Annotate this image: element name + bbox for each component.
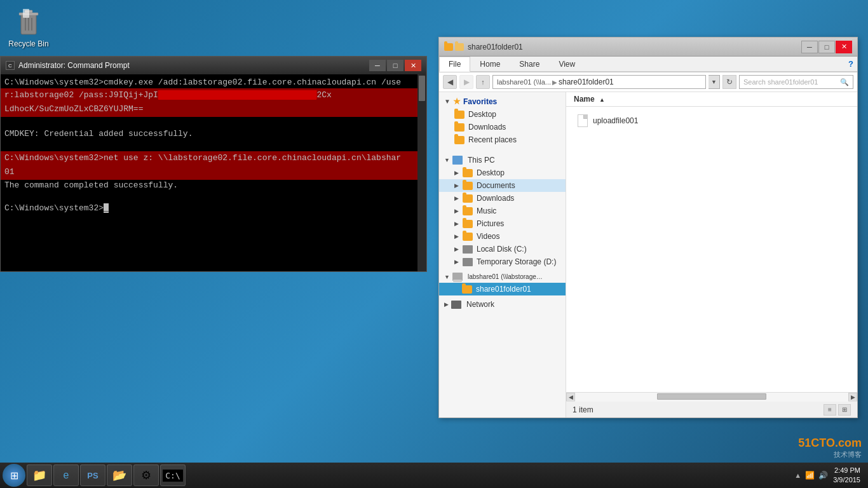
sidebar-item-music[interactable]: ▶ Music (439, 205, 566, 217)
taskbar-cmd-icon: C:\ (163, 470, 182, 482)
sidebar-labshare-header[interactable]: ▼ labshare01 (\\labstorage02.file.core.c… (439, 271, 566, 283)
taskbar-folder2-button[interactable]: 📂 (107, 464, 132, 486)
help-icon[interactable]: ? (844, 57, 857, 71)
taskbar-file-explorer-icon: 📁 (32, 468, 46, 482)
cmd-line-6 (4, 140, 423, 151)
sidebar-item-recent[interactable]: Recent places (439, 133, 566, 146)
svg-rect-6 (23, 9, 29, 18)
view-grid-button[interactable]: ⊞ (838, 404, 851, 416)
cmd-line-3: LdhocK/SuCzmUoZLxCBZ6YUJRM== (1, 102, 426, 116)
cmd-content[interactable]: C:\Windows\system32>cmdkey.exe /add:labs… (1, 74, 426, 271)
network-icon (451, 301, 461, 309)
column-name-label: Name (574, 95, 595, 104)
network-expand-arrow: ▶ (444, 301, 449, 308)
view-icons: ≡ ⊞ (824, 404, 851, 416)
sidebar-item-documents[interactable]: ▶ Documents (439, 179, 566, 192)
cmd-line-4 (4, 117, 423, 128)
status-bar: 1 item ≡ ⊞ (566, 401, 857, 417)
address-dropdown-button[interactable]: ▼ (709, 75, 720, 89)
tray-network-icon: 📶 (805, 471, 815, 480)
sidebar-favorites-header[interactable]: ▼ ★ Favorites (439, 95, 566, 108)
sidebar-item-downloads[interactable]: ▶ Downloads (439, 192, 566, 205)
folder-icon (463, 207, 473, 215)
watermark-subtitle: 技术博客 (798, 450, 862, 459)
explorer-minimize-button[interactable]: ─ (801, 41, 818, 53)
explorer-maximize-button[interactable]: □ (818, 41, 835, 53)
tray-up-arrow-icon[interactable]: ▲ (794, 471, 801, 479)
taskbar-folder2-icon: 📂 (112, 468, 126, 482)
cmd-maximize-button[interactable]: □ (387, 60, 403, 71)
view-details-button[interactable]: ≡ (824, 404, 836, 416)
sidebar-item-pictures[interactable]: ▶ Pictures (439, 217, 566, 230)
scroll-thumb[interactable] (657, 393, 766, 400)
sidebar-this-pc-header[interactable]: ▼ This PC (439, 154, 566, 166)
taskbar-ie-button[interactable]: e (53, 464, 79, 486)
tab-view[interactable]: View (549, 57, 585, 71)
ribbon: File Home Share View ? (439, 57, 857, 72)
scroll-left-button[interactable]: ◀ (566, 393, 575, 402)
sidebar-item-share01folder01[interactable]: share01folder01 (439, 283, 566, 295)
forward-button[interactable]: ▶ (459, 75, 473, 89)
breadcrumb-part2: share01folder01 (559, 78, 614, 86)
explorer-title-left: share01folder01 (444, 43, 523, 51)
sidebar-item-videos[interactable]: ▶ Videos (439, 230, 566, 243)
sidebar-this-pc-label: This PC (468, 156, 495, 165)
explorer-close-button[interactable]: ✕ (836, 41, 852, 53)
folder-icon (463, 169, 473, 177)
sidebar-videos-label: Videos (477, 232, 499, 241)
recycle-bin-svg (16, 6, 41, 37)
sidebar-item-temp-storage[interactable]: ▶ Temporary Storage (D:) (439, 255, 566, 268)
favorites-star-icon: ★ (453, 97, 461, 106)
system-tray: ▲ 📶 🔊 2:49 PM 3/9/2015 (789, 466, 865, 485)
refresh-button[interactable]: ↻ (722, 75, 736, 89)
folder-icon (462, 285, 472, 294)
taskbar-powershell-button[interactable]: PS (80, 464, 105, 486)
recycle-bin-icon[interactable]: Recycle Bin (6, 6, 51, 48)
folder-icon (463, 194, 473, 203)
sidebar-item-local-disk[interactable]: ▶ Local Disk (C:) (439, 243, 566, 255)
sidebar-section-labshare: ▼ labshare01 (\\labstorage02.file.core.c… (439, 271, 566, 295)
column-header-name[interactable]: Name ▲ (566, 92, 857, 107)
file-doc-icon (578, 114, 588, 127)
breadcrumb-part1: labshare01 (\\la... (497, 78, 551, 86)
horizontal-scrollbar[interactable]: ◀ ▶ (566, 392, 857, 401)
file-item-uploadfile001[interactable]: uploadfile001 (574, 112, 850, 130)
sidebar-item-desktop[interactable]: ▶ Desktop (439, 166, 566, 179)
up-button[interactable]: ↑ (476, 75, 490, 89)
search-box[interactable]: Search share01folder01 🔍 (739, 75, 853, 89)
folder-icon (454, 136, 465, 144)
explorer-titlebar[interactable]: share01folder01 ─ □ ✕ (439, 37, 857, 57)
clock-date: 3/9/2015 (833, 475, 860, 485)
sort-arrow-icon: ▲ (599, 97, 605, 103)
start-icon: ⊞ (10, 470, 18, 482)
cmd-scrollbar[interactable] (417, 74, 426, 271)
scroll-track[interactable] (575, 393, 848, 402)
taskbar: ⊞ 📁 e PS 📂 ⚙ C:\ ▲ 📶 🔊 2:49 PM (0, 463, 868, 488)
taskbar-settings-button[interactable]: ⚙ (133, 464, 159, 486)
search-placeholder: Search share01folder01 (743, 78, 818, 86)
cmd-minimize-button[interactable]: ─ (369, 60, 386, 71)
taskbar-file-explorer-button[interactable]: 📁 (27, 464, 52, 486)
tab-file[interactable]: File (439, 57, 470, 72)
start-button[interactable]: ⊞ (3, 464, 25, 487)
cmd-title-text: Administrator: Command Prompt (18, 61, 130, 70)
sidebar-item-downloads-fav[interactable]: Downloads (439, 121, 566, 133)
search-icon: 🔍 (840, 78, 849, 86)
back-button[interactable]: ◀ (443, 75, 457, 89)
taskbar-powershell-icon: PS (87, 471, 98, 480)
tab-home[interactable]: Home (470, 57, 510, 71)
clock-time: 2:49 PM (833, 466, 860, 475)
sidebar-pictures-label: Pictures (477, 219, 504, 228)
sidebar-item-desktop-fav[interactable]: Desktop (439, 108, 566, 121)
folder-icon (454, 111, 465, 119)
address-path[interactable]: labshare01 (\\la... ▶ share01folder01 (492, 75, 706, 89)
cmd-titlebar[interactable]: C Administrator: Command Prompt ─ □ ✕ (1, 57, 426, 74)
sidebar-network-header[interactable]: ▶ Network (439, 298, 566, 311)
breadcrumb-sep1: ▶ (552, 79, 557, 86)
explorer-folder-icons (444, 43, 464, 51)
cmd-close-button[interactable]: ✕ (405, 60, 421, 71)
this-pc-icon (452, 156, 463, 165)
tab-share[interactable]: Share (510, 57, 549, 71)
scroll-right-button[interactable]: ▶ (848, 393, 857, 402)
taskbar-cmd-button[interactable]: C:\ (160, 464, 186, 486)
